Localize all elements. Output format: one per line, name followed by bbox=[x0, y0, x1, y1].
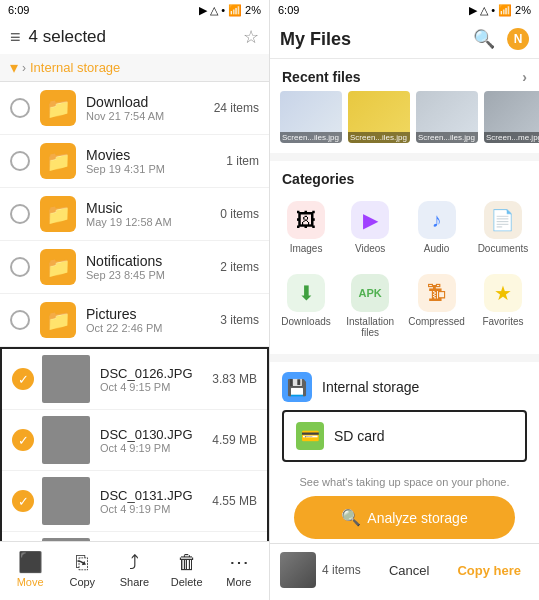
list-item[interactable]: 📁 Pictures Oct 22 2:46 PM 3 items bbox=[0, 294, 269, 347]
delete-label: Delete bbox=[171, 576, 203, 588]
file-name: Music bbox=[86, 200, 220, 216]
cancel-button[interactable]: Cancel bbox=[381, 557, 437, 584]
bottom-toolbar: ⬛ Move ⎘ Copy ⤴ Share 🗑 Delete ⋯ More bbox=[0, 541, 269, 600]
category-favorites[interactable]: ★ Favorites bbox=[475, 268, 531, 344]
category-apk[interactable]: APK Installation files bbox=[342, 268, 398, 344]
select-radio[interactable] bbox=[10, 204, 30, 224]
cat-label: Favorites bbox=[482, 316, 523, 327]
select-radio[interactable] bbox=[10, 98, 30, 118]
copy-icon: ⎘ bbox=[76, 551, 88, 574]
copy-button[interactable]: ⎘ Copy bbox=[60, 551, 104, 588]
select-radio[interactable] bbox=[10, 151, 30, 171]
file-meta: Sep 23 8:45 PM bbox=[86, 269, 220, 281]
analyze-storage-button[interactable]: 🔍 Analyze storage bbox=[294, 496, 515, 539]
image-thumbnail bbox=[42, 477, 90, 525]
recent-file-label: Screen...me.jpg bbox=[484, 132, 539, 143]
recent-file-label: Screen...iles.jpg bbox=[416, 132, 478, 143]
recent-file-thumb[interactable]: Screen...iles.jpg bbox=[416, 91, 478, 143]
page-title: My Files bbox=[280, 29, 473, 50]
list-item[interactable]: 📁 Download Nov 21 7:54 AM 24 items bbox=[0, 82, 269, 135]
move-icon: ⬛ bbox=[18, 550, 43, 574]
internal-storage-item[interactable]: 💾 Internal storage bbox=[282, 372, 527, 402]
internal-storage-label: Internal storage bbox=[322, 379, 419, 395]
list-item[interactable]: 📁 Movies Sep 19 4:31 PM 1 item bbox=[0, 135, 269, 188]
share-label: Share bbox=[120, 576, 149, 588]
notification-badge[interactable]: N bbox=[507, 28, 529, 50]
cat-label: Installation files bbox=[344, 316, 396, 338]
file-meta: May 19 12:58 AM bbox=[86, 216, 220, 228]
analyze-icon: 🔍 bbox=[341, 508, 361, 527]
section-header-recent: Recent files › bbox=[270, 59, 539, 91]
sd-card-icon: 💳 bbox=[301, 427, 320, 445]
category-videos[interactable]: ▶ Videos bbox=[342, 195, 398, 260]
more-label: More bbox=[226, 576, 251, 588]
list-item[interactable]: 📁 Music May 19 12:58 AM 0 items bbox=[0, 188, 269, 241]
breadcrumb-chevron: › bbox=[22, 61, 26, 75]
selected-count: 4 selected bbox=[29, 27, 243, 47]
back-icon[interactable]: ≡ bbox=[10, 27, 21, 48]
breadcrumb: ▾ › Internal storage bbox=[0, 54, 269, 82]
recent-file-thumb[interactable]: Screen...iles.jpg bbox=[280, 91, 342, 143]
list-item[interactable]: ✓ DSC_0130.JPG Oct 4 9:19 PM 4.59 MB bbox=[2, 410, 267, 471]
file-name: Movies bbox=[86, 147, 226, 163]
recent-label: Recent files bbox=[282, 69, 361, 85]
list-item[interactable]: ✓ DSC_0126.JPG Oct 4 9:15 PM 3.83 MB bbox=[2, 349, 267, 410]
image-thumbnail bbox=[42, 355, 90, 403]
cat-label: Downloads bbox=[281, 316, 330, 327]
category-audio[interactable]: ♪ Audio bbox=[406, 195, 467, 260]
delete-button[interactable]: 🗑 Delete bbox=[165, 551, 209, 588]
more-button[interactable]: ⋯ More bbox=[217, 550, 261, 588]
cat-label: Videos bbox=[355, 243, 385, 254]
breadcrumb-path[interactable]: Internal storage bbox=[30, 60, 120, 75]
recent-files-row: Screen...iles.jpg Screen...iles.jpg Scre… bbox=[270, 91, 539, 153]
select-radio[interactable] bbox=[10, 310, 30, 330]
recent-file-thumb[interactable]: Screen...me.jpg bbox=[484, 91, 539, 143]
select-radio[interactable] bbox=[10, 257, 30, 277]
recent-file-thumb[interactable]: Screen...iles.jpg bbox=[348, 91, 410, 143]
image-meta: Oct 4 9:19 PM bbox=[100, 442, 212, 454]
list-item[interactable]: ✓ DSC_0131.JPG Oct 4 9:19 PM 4.55 MB bbox=[2, 471, 267, 532]
header-right: My Files 🔍 N bbox=[270, 20, 539, 59]
category-images[interactable]: 🖼 Images bbox=[278, 195, 334, 260]
more-icon: ⋯ bbox=[229, 550, 249, 574]
category-downloads[interactable]: ⬇ Downloads bbox=[278, 268, 334, 344]
bottom-action-bar: 4 items Cancel Copy here bbox=[270, 543, 539, 600]
folder-icon-thumb: 📁 bbox=[40, 249, 76, 285]
recent-chevron[interactable]: › bbox=[522, 69, 527, 85]
items-thumbnail bbox=[280, 552, 316, 588]
sd-card-label: SD card bbox=[334, 428, 385, 444]
apk-icon: APK bbox=[359, 287, 382, 299]
selected-group: ✓ DSC_0126.JPG Oct 4 9:15 PM 3.83 MB ✓ bbox=[0, 347, 269, 541]
category-compressed[interactable]: 🗜 Compressed bbox=[406, 268, 467, 344]
list-item[interactable]: 📁 Notifications Sep 23 8:45 PM 2 items bbox=[0, 241, 269, 294]
right-scroll: Recent files › Screen...iles.jpg Screen.… bbox=[270, 59, 539, 600]
folder-icon-thumb: 📁 bbox=[40, 90, 76, 126]
storage-section: 💾 Internal storage 💳 SD card See what's … bbox=[270, 362, 539, 557]
search-icon[interactable]: 🔍 bbox=[473, 28, 495, 50]
categories-label: Categories bbox=[278, 171, 531, 195]
copy-here-button[interactable]: Copy here bbox=[449, 557, 529, 584]
category-documents[interactable]: 📄 Documents bbox=[475, 195, 531, 260]
status-bar-left: 6:09 ▶ △ • 📶 2% bbox=[0, 0, 269, 20]
status-icons-right: ▶ △ • 📶 2% bbox=[469, 4, 531, 17]
image-name: DSC_0130.JPG bbox=[100, 427, 212, 442]
list-item[interactable]: ✓ DSC_0132.JPG Oct 5 3:23 PM 2.57 MB bbox=[2, 532, 267, 541]
file-size: 3 items bbox=[220, 313, 259, 327]
image-name: DSC_0131.JPG bbox=[100, 488, 212, 503]
move-button[interactable]: ⬛ Move bbox=[8, 550, 52, 588]
star-icon[interactable]: ☆ bbox=[243, 26, 259, 48]
cat-label: Compressed bbox=[408, 316, 465, 327]
header-left: ≡ 4 selected ☆ bbox=[0, 20, 269, 54]
cat-label: Documents bbox=[478, 243, 529, 254]
share-button[interactable]: ⤴ Share bbox=[112, 551, 156, 588]
image-size: 4.55 MB bbox=[212, 494, 257, 508]
favorites-icon: ★ bbox=[494, 281, 512, 305]
sd-card-item[interactable]: 💳 SD card bbox=[282, 410, 527, 462]
folder-icon: ▾ bbox=[10, 58, 18, 77]
status-time-left: 6:09 bbox=[8, 4, 29, 16]
file-size: 24 items bbox=[214, 101, 259, 115]
recent-file-label: Screen...iles.jpg bbox=[280, 132, 342, 143]
check-circle: ✓ bbox=[12, 490, 34, 512]
downloads-icon: ⬇ bbox=[298, 281, 315, 305]
file-name: Download bbox=[86, 94, 214, 110]
